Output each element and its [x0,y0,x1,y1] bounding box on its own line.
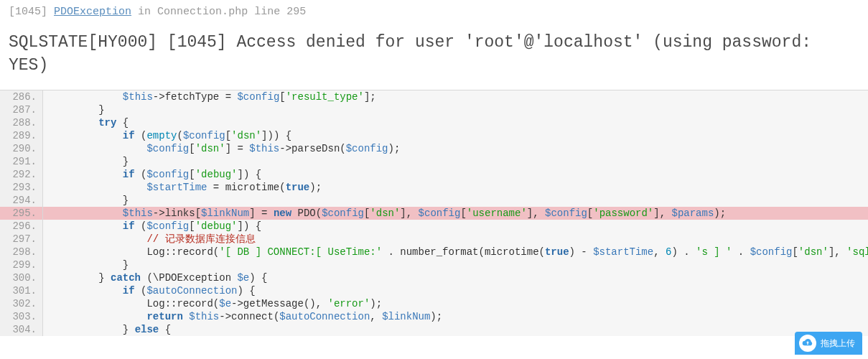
code-content: } catch (\PDOException $e) { [43,271,868,284]
code-line: 290. $config['dsn'] = $this->parseDsn($c… [0,142,868,155]
line-number: 296. [0,220,43,233]
cloud-upload-icon [799,335,816,336]
code-content: // 记录数据库连接信息 [43,233,868,246]
line-number: 293. [0,181,43,194]
code-line: 294. } [0,194,868,207]
code-content: $startTime = microtime(true); [43,181,868,194]
code-content: if (empty($config['dsn'])) { [43,129,868,142]
code-content: Log::record('[ DB ] CONNECT:[ UseTime:' … [43,246,868,258]
code-content: } else { [43,323,868,336]
line-number: 292. [0,168,43,181]
line-number: 302. [0,297,43,310]
code-line: 287. } [0,103,868,116]
error-code: [1045] [9,6,47,18]
code-line: 303. return $this->connect($autoConnecti… [0,310,868,323]
code-line: 296. if ($config['debug']) { [0,220,868,233]
code-content: return $this->connect($autoConnection, $… [43,310,868,323]
error-title: SQLSTATE[HY000] [1045] Access denied for… [0,24,868,90]
code-content: $this->links[$linkNum] = new PDO($config… [43,207,868,220]
code-line: 300. } catch (\PDOException $e) { [0,271,868,284]
line-number: 297. [0,233,43,246]
exception-link[interactable]: PDOException [54,6,131,18]
line-number: 303. [0,310,43,323]
line-number: 289. [0,129,43,142]
code-content: } [43,258,868,271]
error-location: Connection.php line 295 [157,6,306,18]
code-content: try { [43,116,868,129]
line-number: 294. [0,194,43,207]
drag-upload-button[interactable]: 拖拽上传 [795,332,862,336]
code-content: if ($autoConnection) { [43,284,868,297]
line-number: 291. [0,155,43,168]
line-number: 304. [0,323,43,336]
line-number: 286. [0,90,43,103]
line-number: 299. [0,258,43,271]
code-content: if ($config['debug']) { [43,220,868,233]
error-header: [1045] PDOException in Connection.php li… [0,0,868,24]
code-line: 302. Log::record($e->getMessage(), 'erro… [0,297,868,310]
code-line: 298. Log::record('[ DB ] CONNECT:[ UseTi… [0,246,868,258]
line-number: 295. [0,207,43,220]
code-line: 289. if (empty($config['dsn'])) { [0,129,868,142]
code-content: } [43,103,868,116]
code-line: 301. if ($autoConnection) { [0,284,868,297]
in-word: in [138,6,151,18]
code-line: 297. // 记录数据库连接信息 [0,233,868,246]
line-number: 290. [0,142,43,155]
code-content: } [43,194,868,207]
code-content: if ($config['debug']) { [43,168,868,181]
code-line: 288. try { [0,116,868,129]
source-code-panel: 286. $this->fetchType = $config['result_… [0,90,868,336]
code-line: 293. $startTime = microtime(true); [0,181,868,194]
code-line: 292. if ($config['debug']) { [0,168,868,181]
code-line: 299. } [0,258,868,271]
code-content: } [43,155,868,168]
line-number: 298. [0,246,43,258]
code-content: $config['dsn'] = $this->parseDsn($config… [43,142,868,155]
code-content: $this->fetchType = $config['result_type'… [43,90,868,103]
code-content: Log::record($e->getMessage(), 'error'); [43,297,868,310]
line-number: 288. [0,116,43,129]
line-number: 301. [0,284,43,297]
line-number: 300. [0,271,43,284]
code-line: 291. } [0,155,868,168]
line-number: 287. [0,103,43,116]
code-line: 304. } else { [0,323,868,336]
code-line: 286. $this->fetchType = $config['result_… [0,90,868,103]
code-line: 295. $this->links[$linkNum] = new PDO($c… [0,207,868,220]
